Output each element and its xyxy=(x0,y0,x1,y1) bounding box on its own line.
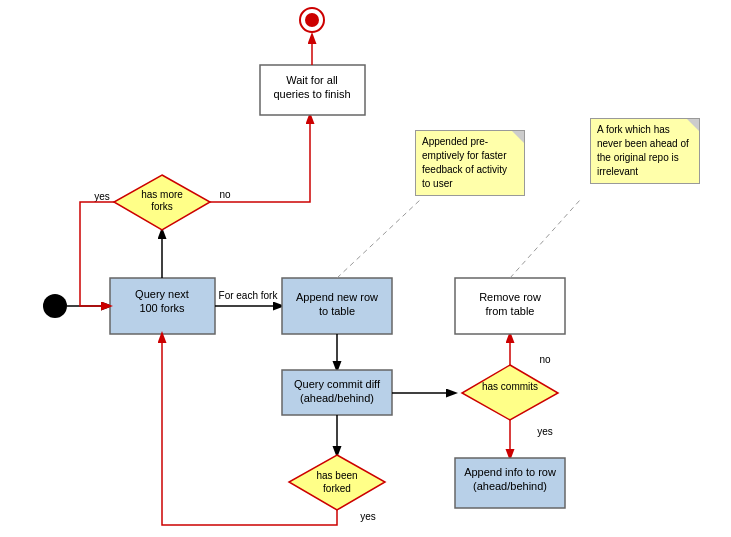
remove-row-label2: from table xyxy=(486,305,535,317)
flowchart-diagram: Query next 100 forks has more forks yes … xyxy=(0,0,731,537)
for-each-fork-label: For each fork xyxy=(219,290,279,301)
has-been-forked-label2: forked xyxy=(323,483,351,494)
has-more-forks-label1: has more xyxy=(141,189,183,200)
has-commits-node xyxy=(462,365,558,420)
append-row-label1: Append new row xyxy=(296,291,378,303)
query-commit-label2: (ahead/behind) xyxy=(300,392,374,404)
start-node xyxy=(43,294,67,318)
query-next-label: Query next xyxy=(135,288,189,300)
has-been-forked-label1: has been xyxy=(316,470,357,481)
has-more-forks-label2: forks xyxy=(151,201,173,212)
yes-forked-label: yes xyxy=(360,511,376,522)
arrow-forked-yes-loop xyxy=(162,334,337,525)
wait-label1: Wait for all xyxy=(286,74,338,86)
arrow-yes-loop xyxy=(80,202,114,306)
remove-row-label1: Remove row xyxy=(479,291,541,303)
wait-label2: queries to finish xyxy=(273,88,350,100)
has-commits-label: has commits xyxy=(482,381,538,392)
append-info-label2: (ahead/behind) xyxy=(473,480,547,492)
yes-left-label: yes xyxy=(94,191,110,202)
dashed-arrow-note2 xyxy=(510,200,580,278)
query-next-label2: 100 forks xyxy=(139,302,185,314)
no-right-label: no xyxy=(219,189,231,200)
query-commit-label1: Query commit diff xyxy=(294,378,381,390)
dashed-arrow-note1 xyxy=(337,200,420,278)
yes-commits-label: yes xyxy=(537,426,553,437)
no-commits-label: no xyxy=(539,354,551,365)
note-2: A fork which has never been ahead of the… xyxy=(590,118,700,184)
append-info-label1: Append info to row xyxy=(464,466,556,478)
end-node-inner xyxy=(305,13,319,27)
note-1: Appended pre-emptively for faster feedba… xyxy=(415,130,525,196)
append-row-label2: to table xyxy=(319,305,355,317)
